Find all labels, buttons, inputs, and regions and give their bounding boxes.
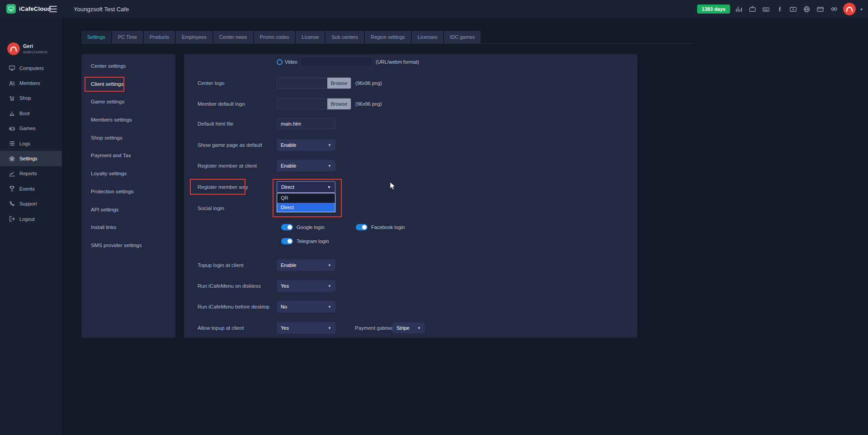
select-value: No (281, 304, 287, 309)
tab-center-news[interactable]: Center news (213, 31, 253, 43)
settings-nav-members-settings[interactable]: Members settings (81, 111, 175, 129)
video-label: Video (285, 59, 297, 65)
sidebar-item-members[interactable]: Members (0, 75, 62, 90)
video-hint: (URL/webm format) (376, 59, 419, 65)
telegram-login-toggle[interactable] (281, 238, 293, 244)
video-url-input[interactable] (300, 56, 373, 68)
sidebar-item-support[interactable]: Support (0, 196, 62, 211)
tab-pc-time[interactable]: PC Time (112, 31, 143, 43)
user-block: Geri 008612345678 (7, 42, 47, 55)
sidebar-item-shop[interactable]: Shop (0, 91, 62, 106)
settings-nav-center-settings[interactable]: Center settings (81, 57, 175, 75)
center-logo-file-input[interactable]: Browse (277, 77, 351, 89)
allow-topup-select[interactable]: Yes ▼ (277, 322, 335, 334)
payment-gateway-label: Payment gateway (355, 325, 396, 331)
user-phone: 008612345678 (23, 50, 47, 54)
default-html-input[interactable] (277, 118, 335, 129)
member-logo-browse-button[interactable]: Browse (327, 98, 351, 109)
top-header: iCafeCloud Youngzsoft Test Cafe 1383 day… (0, 0, 868, 18)
settings-nav-game-settings[interactable]: Game settings (81, 93, 175, 111)
sidebar-item-computers[interactable]: Computers (0, 61, 62, 75)
topup-login-select[interactable]: Enable ▼ (277, 259, 335, 271)
show-game-page-select[interactable]: Enable ▼ (277, 139, 335, 151)
hamburger-menu-icon[interactable] (49, 6, 57, 12)
days-badge[interactable]: 1383 days (697, 5, 730, 14)
settings-nav-install-links[interactable]: Install links (81, 219, 175, 237)
run-diskless-select[interactable]: Yes ▼ (277, 280, 335, 292)
settings-nav-shop-settings[interactable]: Shop settings (81, 129, 175, 147)
sidebar-item-boot[interactable]: Boot (0, 106, 62, 121)
settings-nav-loyalty-settings[interactable]: Loyalty settings (81, 165, 175, 183)
settings-nav-api-settings[interactable]: API settings (81, 201, 175, 219)
youtube-icon[interactable] (789, 5, 798, 14)
settings-tabs: Settings PC Time Products Employees Cent… (81, 31, 693, 44)
sidebar-item-logs[interactable]: Logs (0, 136, 62, 151)
chevron-down-icon: ▼ (417, 326, 421, 330)
select-value: Enable (281, 262, 296, 268)
brand-name: iCafeCloud (19, 5, 51, 12)
user-avatar[interactable] (7, 42, 20, 55)
sidebar-item-settings[interactable]: Settings (0, 151, 62, 166)
settings-nav-client-settings[interactable]: Client settings (81, 75, 175, 94)
list-icon (9, 140, 15, 147)
tab-settings[interactable]: Settings (81, 31, 111, 43)
default-html-label: Default html file (198, 121, 233, 126)
sidebar-item-events[interactable]: Events (0, 181, 62, 196)
tab-sub-centers[interactable]: Sub centers (326, 31, 364, 43)
run-before-desktop-label: Run iCafeMenu before desktop (198, 304, 269, 309)
chevron-down-icon[interactable]: ▾ (860, 7, 863, 12)
billing-icon[interactable] (816, 5, 825, 14)
settings-nav-sms-provider-settings[interactable]: SMS provider settings (81, 237, 175, 255)
facebook-login-toggle[interactable] (356, 224, 368, 230)
register-member-at-client-select[interactable]: Enable ▼ (277, 160, 335, 172)
brand-logo[interactable]: iCafeCloud (6, 4, 51, 14)
settings-nav-protection-settings[interactable]: Protection settings (81, 183, 175, 201)
tab-products[interactable]: Products (144, 31, 175, 43)
dropdown-option-direct[interactable]: Direct (277, 203, 335, 212)
show-game-page-label: Show game page as default (198, 142, 262, 148)
sidebar-item-logout[interactable]: Logout (0, 211, 62, 226)
settings-nav-payment-and-tax[interactable]: Payment and Tax (81, 147, 175, 165)
chart-line-icon (9, 170, 15, 177)
member-logo-hint: (96x96 png) (355, 101, 382, 107)
partner-icon[interactable] (830, 5, 839, 14)
facebook-icon[interactable]: f (775, 5, 784, 14)
sidebar-item-label: Logs (19, 141, 30, 146)
run-before-desktop-select[interactable]: No ▼ (277, 301, 335, 313)
sidebar-item-reports[interactable]: Reports (0, 166, 62, 181)
chart-icon[interactable] (735, 5, 744, 14)
payment-gateway-select[interactable]: Stripe ▼ (392, 323, 425, 333)
google-login-toggle[interactable] (281, 224, 293, 230)
tab-region-settings[interactable]: Region settings (365, 31, 411, 43)
dropdown-option-qr[interactable]: QR (277, 193, 335, 203)
telegram-login-label: Telegram login (297, 239, 329, 244)
sidebar-item-label: Members (19, 80, 40, 86)
header-actions: 1383 days f (697, 0, 863, 18)
sidebar-item-label: Events (19, 186, 35, 192)
member-logo-file-input[interactable]: Browse (277, 98, 351, 110)
tab-promo-codes[interactable]: Promo codes (254, 31, 295, 43)
chevron-down-icon: ▼ (328, 263, 331, 267)
logout-icon (9, 215, 15, 222)
phone-icon (9, 201, 15, 207)
keyboard-icon[interactable] (762, 5, 771, 14)
globe-icon[interactable] (802, 5, 811, 14)
select-value: Yes (281, 325, 289, 331)
register-member-way-select[interactable]: Direct ▼ (277, 181, 335, 193)
tab-employees[interactable]: Employees (176, 31, 212, 43)
chevron-down-icon: ▼ (327, 185, 331, 189)
tab-idc-games[interactable]: IDC games (444, 31, 481, 43)
sidebar-item-games[interactable]: Games (0, 121, 62, 136)
account-avatar[interactable] (843, 3, 856, 15)
social-login-label: Social login (198, 206, 224, 211)
topup-login-label: Topup login at client (198, 262, 244, 268)
center-logo-browse-button[interactable]: Browse (327, 78, 351, 89)
people-icon (9, 80, 15, 87)
select-value: Stripe (396, 325, 410, 331)
tv-icon[interactable] (748, 5, 757, 14)
google-login-label: Google login (297, 225, 325, 230)
tab-license[interactable]: License (296, 31, 325, 43)
tab-licenses[interactable]: Licenses (412, 31, 443, 43)
video-radio[interactable] (277, 59, 283, 65)
trophy-icon (9, 185, 15, 192)
